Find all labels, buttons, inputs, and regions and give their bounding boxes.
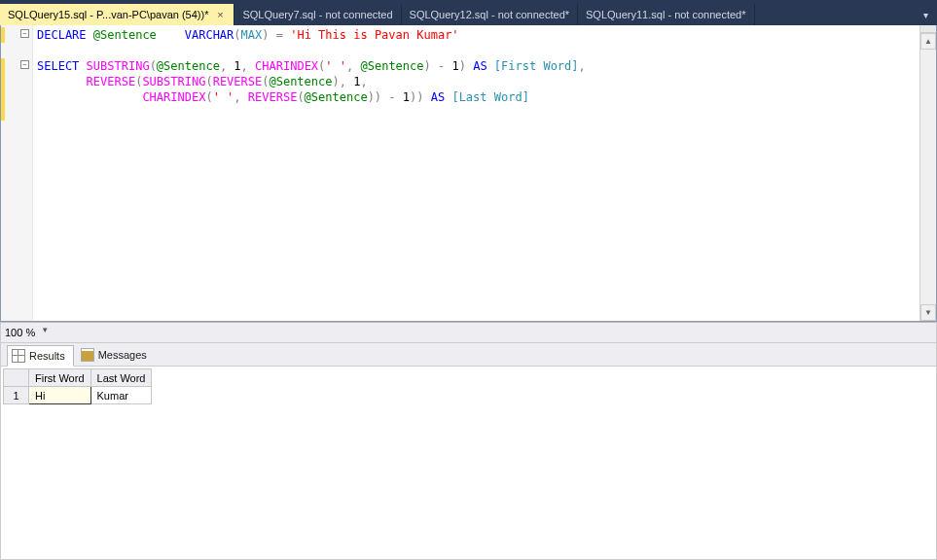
change-marker bbox=[1, 58, 5, 121]
op-eq: = bbox=[276, 28, 283, 42]
string-space: ' ' bbox=[325, 59, 346, 73]
cell-first-word[interactable]: Hi bbox=[29, 387, 91, 404]
var-sentence: @Sentence bbox=[360, 59, 423, 73]
scroll-up-icon[interactable]: ▲ bbox=[920, 33, 936, 50]
results-pane: First Word Last Word 1 Hi Kumar bbox=[0, 367, 937, 560]
tab-label: SQLQuery15.sql - P...van-PC\pavan (54))* bbox=[8, 9, 208, 20]
row-number[interactable]: 1 bbox=[4, 387, 29, 404]
kw-select: SELECT bbox=[37, 59, 79, 73]
results-grid[interactable]: First Word Last Word 1 Hi Kumar bbox=[3, 368, 152, 404]
fn-substring: SUBSTRING bbox=[87, 59, 150, 73]
cell-last-word[interactable]: Kumar bbox=[90, 387, 152, 404]
fold-toggle-icon[interactable]: − bbox=[20, 29, 29, 38]
alias-last-word: [Last Word] bbox=[451, 90, 528, 104]
row-header-corner[interactable] bbox=[4, 369, 29, 387]
results-tab-bar: Results Messages bbox=[0, 343, 937, 367]
tab-overflow-menu-icon[interactable]: ▾ bbox=[920, 10, 931, 20]
alias-first-word: [First Word] bbox=[494, 59, 579, 73]
fn-reverse: REVERSE bbox=[213, 75, 263, 88]
fn-substring: SUBSTRING bbox=[142, 75, 205, 88]
change-marker bbox=[1, 27, 5, 43]
fold-toggle-icon[interactable]: − bbox=[20, 60, 29, 69]
messages-icon bbox=[81, 348, 94, 362]
split-handle-icon[interactable] bbox=[920, 25, 936, 33]
num: 1 bbox=[451, 59, 458, 73]
fn-reverse: REVERSE bbox=[87, 75, 136, 88]
tab-sqlquery12[interactable]: SQLQuery12.sql - not connected* bbox=[402, 4, 578, 25]
kw-declare: DECLARE bbox=[37, 28, 87, 42]
num: 1 bbox=[403, 90, 410, 104]
tab-overflow-controls: ▾ bbox=[920, 4, 937, 25]
vertical-scrollbar[interactable]: ▲ ▼ bbox=[919, 25, 936, 321]
zoom-dropdown-icon[interactable]: ▼ bbox=[39, 326, 51, 339]
fn-reverse: REVERSE bbox=[248, 90, 298, 104]
var-sentence: @Sentence bbox=[269, 75, 332, 88]
tab-results-label: Results bbox=[29, 350, 65, 362]
code-area[interactable]: DECLARE @Sentence VARCHAR(MAX) = 'Hi Thi… bbox=[33, 25, 919, 321]
kw-as: AS bbox=[473, 59, 487, 73]
editor-gutter: − − bbox=[1, 25, 33, 321]
col-last-word[interactable]: Last Word bbox=[90, 369, 152, 387]
grid-header-row: First Word Last Word bbox=[4, 369, 152, 387]
kw-max: MAX bbox=[241, 28, 263, 42]
num: 1 bbox=[234, 59, 240, 73]
kw-varchar: VARCHAR bbox=[185, 28, 234, 42]
string-space: ' ' bbox=[213, 90, 234, 104]
sql-editor: − − DECLARE @Sentence VARCHAR(MAX) = 'Hi… bbox=[0, 25, 937, 322]
var-sentence: @Sentence bbox=[93, 28, 157, 42]
tab-messages-label: Messages bbox=[98, 349, 147, 361]
tab-sqlquery11[interactable]: SQLQuery11.sql - not connected* bbox=[578, 4, 754, 25]
tab-label: SQLQuery12.sql - not connected* bbox=[410, 9, 569, 20]
grid-icon bbox=[12, 349, 25, 363]
close-icon[interactable]: × bbox=[214, 9, 226, 20]
fn-charindex: CHARINDEX bbox=[255, 59, 318, 73]
var-sentence: @Sentence bbox=[157, 59, 220, 73]
document-tab-bar: SQLQuery15.sql - P...van-PC\pavan (54))*… bbox=[0, 4, 937, 25]
zoom-value[interactable]: 100 % bbox=[5, 327, 35, 338]
table-row[interactable]: 1 Hi Kumar bbox=[4, 387, 152, 404]
zoom-bar: 100 % ▼ bbox=[0, 322, 937, 343]
col-first-word[interactable]: First Word bbox=[29, 369, 91, 387]
scroll-down-icon[interactable]: ▼ bbox=[920, 304, 936, 321]
fn-charindex: CHARINDEX bbox=[142, 90, 205, 104]
tab-sqlquery15[interactable]: SQLQuery15.sql - P...van-PC\pavan (54))*… bbox=[0, 4, 234, 25]
tab-label: SQLQuery7.sql - not connected bbox=[242, 9, 392, 20]
tab-results[interactable]: Results bbox=[7, 345, 74, 367]
scroll-track[interactable] bbox=[920, 50, 936, 304]
tab-sqlquery7[interactable]: SQLQuery7.sql - not connected bbox=[234, 4, 401, 25]
var-sentence: @Sentence bbox=[305, 90, 368, 104]
string-literal: 'Hi This is Pavan Kumar' bbox=[290, 28, 458, 42]
kw-as: AS bbox=[431, 90, 445, 104]
tab-messages[interactable]: Messages bbox=[76, 344, 156, 366]
tab-label: SQLQuery11.sql - not connected* bbox=[586, 9, 745, 20]
